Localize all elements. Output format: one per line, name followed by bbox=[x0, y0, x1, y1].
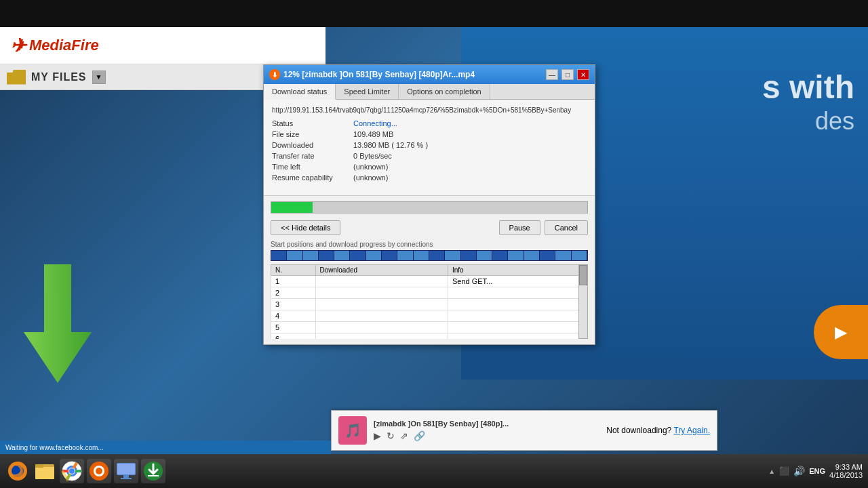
cell-n: 2 bbox=[271, 287, 316, 299]
download-dialog: ⬇ 12% [zimabdk ]On 581[By Senbay] [480p]… bbox=[263, 64, 595, 345]
connections-bar bbox=[271, 250, 588, 261]
download-info: [zimabdk ]On 581[By Senbay] [480p]... ▶ … bbox=[374, 420, 599, 441]
pause-button[interactable]: Pause bbox=[499, 220, 540, 235]
right-panel-text2: des bbox=[815, 107, 854, 136]
conn-seg-2 bbox=[287, 251, 302, 260]
conn-seg-9 bbox=[397, 251, 413, 260]
col-header-n: N. bbox=[271, 265, 316, 276]
nav-dropdown[interactable]: ▼ bbox=[92, 70, 106, 84]
resume-value: (unknown) bbox=[353, 174, 587, 182]
cell-n: 3 bbox=[271, 299, 316, 310]
clock-time: 9:33 AM bbox=[829, 463, 863, 471]
clock-date: 4/18/2013 bbox=[829, 471, 863, 479]
dialog-title: 12% [zimabdk ]On 581[By Senbay] [480p]Ar… bbox=[283, 70, 542, 79]
download-thumbnail: 🎵 bbox=[338, 416, 367, 445]
taskbar-chrome[interactable] bbox=[60, 459, 84, 483]
connection-table-wrapper: N. Downloaded Info 1Send GET...23456 bbox=[271, 264, 588, 339]
svg-point-11 bbox=[96, 468, 102, 474]
connection-table: N. Downloaded Info 1Send GET...23456 bbox=[271, 264, 588, 339]
dialog-body: http://199.91.153.164/trvab9qb/7qbg/1112… bbox=[264, 100, 595, 195]
cell-info bbox=[448, 310, 587, 322]
status-label: Status bbox=[272, 119, 353, 127]
orange-button[interactable]: ▶ bbox=[814, 305, 868, 359]
col-header-info: Info bbox=[448, 265, 587, 276]
cell-downloaded bbox=[315, 276, 448, 287]
filesize-value: 109.489 MB bbox=[353, 130, 587, 138]
dialog-titlebar: ⬇ 12% [zimabdk ]On 581[By Senbay] [480p]… bbox=[264, 65, 595, 84]
maximize-button[interactable]: □ bbox=[561, 69, 574, 80]
svg-rect-4 bbox=[35, 464, 43, 468]
mediafire-header: ✈ MediaFire bbox=[0, 27, 326, 64]
conn-seg-4 bbox=[319, 251, 334, 260]
refresh-icon[interactable]: ↻ bbox=[387, 430, 395, 441]
folder-icon bbox=[7, 70, 26, 85]
not-downloading-label: Not downloading? bbox=[606, 426, 671, 435]
conn-seg-14 bbox=[477, 251, 492, 260]
taskbar-firefox[interactable] bbox=[5, 459, 30, 483]
scrollbar[interactable] bbox=[578, 264, 588, 339]
cell-downloaded bbox=[315, 287, 448, 299]
svg-rect-14 bbox=[123, 475, 129, 478]
conn-seg-10 bbox=[414, 251, 429, 260]
cell-info bbox=[448, 333, 587, 340]
status-value: Connecting... bbox=[353, 119, 587, 127]
conn-seg-17 bbox=[524, 251, 540, 260]
top-bar bbox=[0, 0, 868, 27]
cancel-button[interactable]: Cancel bbox=[545, 220, 588, 235]
connections-label: Start positions and download progress by… bbox=[271, 241, 588, 248]
dialog-tabs: Download status Speed Limiter Options on… bbox=[264, 84, 595, 100]
status-bar: Waiting for www.facebook.com... bbox=[0, 441, 331, 454]
conn-seg-5 bbox=[334, 251, 350, 260]
progress-bar-outer bbox=[271, 201, 588, 214]
try-again-link[interactable]: Try Again. bbox=[673, 426, 710, 435]
nav-files-label[interactable]: MY FILES bbox=[31, 71, 87, 83]
tray-icon-1: ⬛ bbox=[779, 466, 789, 476]
conn-seg-15 bbox=[492, 251, 508, 260]
cell-info bbox=[448, 287, 587, 299]
conn-seg-13 bbox=[461, 251, 477, 260]
lang-indicator[interactable]: ENG bbox=[809, 467, 825, 475]
conn-seg-3 bbox=[303, 251, 319, 260]
dialog-icon: ⬇ bbox=[269, 69, 280, 80]
cell-downloaded bbox=[315, 310, 448, 322]
link-icon[interactable]: 🔗 bbox=[414, 430, 425, 441]
transfer-label: Transfer rate bbox=[272, 152, 353, 160]
button-row: << Hide details Pause Cancel bbox=[271, 220, 588, 235]
conn-seg-7 bbox=[366, 251, 382, 260]
resume-label: Resume capability bbox=[272, 174, 353, 182]
download-url: http://199.91.153.164/trvab9qb/7qbg/1112… bbox=[272, 106, 587, 114]
transfer-value: 0 Bytes/sec bbox=[353, 152, 587, 160]
minimize-button[interactable]: — bbox=[546, 69, 558, 80]
cell-n: 4 bbox=[271, 310, 316, 322]
close-button[interactable]: ✕ bbox=[577, 69, 589, 80]
tray-arrow-icon[interactable]: ▲ bbox=[768, 468, 775, 475]
play-icon[interactable]: ▶ bbox=[374, 430, 381, 441]
table-row: 5 bbox=[271, 322, 588, 333]
clock: 9:33 AM 4/18/2013 bbox=[829, 463, 863, 479]
right-panel-text1: s with bbox=[762, 68, 854, 107]
cell-info bbox=[448, 299, 587, 310]
conn-seg-19 bbox=[555, 251, 571, 260]
conn-seg-16 bbox=[508, 251, 524, 260]
downloaded-label: Downloaded bbox=[272, 141, 353, 149]
table-row: 2 bbox=[271, 287, 588, 299]
logo-text: MediaFire bbox=[29, 37, 99, 54]
tab-speed-limiter[interactable]: Speed Limiter bbox=[336, 84, 399, 99]
cell-downloaded bbox=[315, 333, 448, 340]
cell-n: 1 bbox=[271, 276, 316, 287]
cell-n: 6 bbox=[271, 333, 316, 340]
conn-seg-1 bbox=[271, 251, 287, 260]
tab-options-completion[interactable]: Options on completion bbox=[399, 84, 490, 99]
scrollbar-thumb[interactable] bbox=[579, 265, 587, 285]
timeleft-label: Time left bbox=[272, 163, 353, 171]
taskbar-monitor[interactable] bbox=[114, 459, 138, 483]
hide-details-button[interactable]: << Hide details bbox=[271, 220, 340, 235]
cell-info bbox=[448, 322, 587, 333]
tab-download-status[interactable]: Download status bbox=[264, 84, 336, 100]
share-icon[interactable]: ⇗ bbox=[400, 430, 408, 441]
taskbar-browser2[interactable] bbox=[87, 459, 111, 483]
tray-icon-2: 🔊 bbox=[793, 466, 805, 476]
taskbar-download-manager[interactable] bbox=[141, 459, 165, 483]
svg-rect-13 bbox=[117, 464, 135, 474]
taskbar-explorer[interactable] bbox=[33, 459, 57, 483]
